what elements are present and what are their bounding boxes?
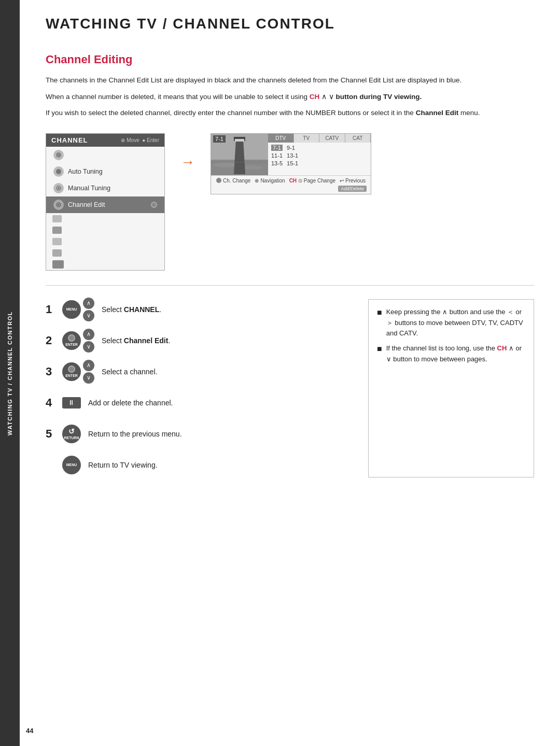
channel-menu-channel-edit: Channel Edit — [46, 196, 164, 213]
section-divider — [46, 285, 534, 286]
footer-page-label: ⊙ Page Change — [298, 178, 335, 184]
active-indicator — [151, 202, 157, 208]
footer-dot-icon — [216, 178, 221, 183]
channel-menu-icon-row-1 — [46, 147, 164, 163]
svg-point-3 — [58, 187, 60, 189]
step-6: MENU Return to TV viewing. — [46, 453, 353, 477]
arrow-icon: → — [180, 133, 195, 171]
menu-button-2[interactable]: MENU — [62, 456, 81, 474]
enter-button-1[interactable]: ENTER — [62, 331, 81, 350]
channel-entry-11-1: 11-1 — [271, 152, 283, 159]
footer-nav-icon: ⊕ — [255, 178, 259, 184]
page-number: 44 — [26, 727, 33, 735]
channel-col-2: 9-1 13-1 15-1 — [287, 145, 298, 166]
menu-btn-label: MENU — [66, 307, 77, 312]
menu-icon-3 — [53, 183, 64, 193]
step-number-2: 2 — [46, 334, 55, 347]
channel-menu-manual-tuning: Manual Tuning — [46, 180, 164, 196]
sidebar: WATCHING TV / CHANNEL CONTROL — [0, 0, 20, 746]
footer-page-change: CH ⊙ Page Change — [289, 178, 335, 184]
step-3-text: Select a channel. — [102, 368, 353, 376]
step-5-text: Return to the previous menu. — [88, 430, 353, 438]
footer-ch-change-label: Ch. Change — [223, 178, 250, 184]
footer-add-delete: Add/Delete — [215, 186, 367, 192]
enter-btn-label-2: ENTER — [65, 374, 78, 378]
step-6-buttons: MENU — [62, 456, 81, 474]
channel-col-1: 7-1 11-1 13-5 — [271, 145, 283, 166]
arrow-up-3[interactable]: ∧ — [83, 360, 94, 371]
arrow-down-3[interactable]: ∨ — [83, 372, 94, 384]
svg-point-9 — [242, 165, 263, 170]
intro-text-3: If you wish to select the deleted channe… — [46, 107, 534, 119]
note-text-2: If the channel list is too long, use the… — [386, 343, 525, 365]
channel-menu-auto-tuning: Auto Tuning — [46, 163, 164, 180]
step-4: 4 ⏸ Add or delete the channel. — [46, 390, 353, 415]
arrow-up-1[interactable]: ∧ — [83, 298, 94, 309]
note-bullet-1: ■ — [377, 307, 382, 339]
enter-inner-1 — [68, 334, 75, 342]
tab-tv: TV — [294, 134, 320, 143]
return-button[interactable]: ↺ RETURN — [62, 425, 81, 443]
channel-entry-15-1: 15-1 — [287, 160, 298, 166]
channel-edit-panel: 7-1 DTV TV CATV CAT 7-1 11-1 13-5 — [211, 133, 371, 194]
enter-button-2[interactable]: ENTER — [62, 362, 81, 381]
section-title: Channel Editing — [46, 53, 534, 66]
footer-nav-label: Navigation — [260, 178, 285, 184]
channel-menu-mockup: CHANNEL ⊕ Move ● Enter Auto Tuning Manu — [46, 133, 165, 271]
arrow-stack-2: ∧ ∨ — [83, 329, 94, 353]
step-number-5: 5 — [46, 427, 55, 441]
menu-icon-rows — [46, 213, 164, 270]
tab-dtv: DTV — [268, 134, 294, 143]
sidebar-label: WATCHING TV / CHANNEL CONTROL — [7, 311, 13, 435]
step-2-buttons: ENTER ∧ ∨ — [62, 329, 94, 353]
tab-cat: CAT — [345, 134, 371, 143]
add-delete-box: Add/Delete — [338, 186, 367, 192]
enter-btn-label: ENTER — [65, 343, 78, 347]
steps-left: 1 MENU ∧ ∨ Select CHANNEL. 2 — [46, 297, 353, 477]
channel-edit-footer: Ch. Change ⊕ Navigation CH ⊙ Page Change… — [211, 175, 371, 194]
step-4-text: Add or delete the channel. — [88, 399, 353, 407]
manual-tuning-label: Manual Tuning — [68, 185, 110, 192]
channel-menu-title: CHANNEL — [51, 136, 88, 144]
footer-navigation: ⊕ Navigation — [255, 178, 285, 184]
step-number-3: 3 — [46, 365, 55, 378]
arrow-up-2[interactable]: ∧ — [83, 329, 94, 340]
svg-point-0 — [56, 152, 61, 158]
svg-point-5 — [58, 204, 60, 206]
main-content: WATCHING TV / CHANNEL CONTROL Channel Ed… — [20, 0, 560, 498]
note-item-2: ■ If the channel list is too long, use t… — [377, 343, 525, 365]
channel-entry-7-1: 7-1 — [271, 145, 283, 151]
channel-edit-top: 7-1 DTV TV CATV CAT 7-1 11-1 13-5 — [211, 134, 371, 175]
channel-list-right: DTV TV CATV CAT 7-1 11-1 13-5 9-1 — [268, 134, 371, 175]
return-btn-label: RETURN — [64, 436, 79, 440]
pause-button[interactable]: ⏸ — [62, 397, 81, 409]
arrow-down-2[interactable]: ∨ — [83, 341, 94, 353]
note-item-1: ■ Keep pressing the ∧ button and use the… — [377, 307, 525, 339]
auto-tuning-label: Auto Tuning — [68, 168, 103, 175]
menu-icon-4 — [53, 200, 64, 210]
channel-entry-9-1: 9-1 — [287, 145, 298, 151]
channel-tabs: DTV TV CATV CAT — [268, 134, 371, 143]
step-number-4: 4 — [46, 396, 55, 410]
footer-ch-change: Ch. Change — [216, 178, 250, 184]
step-4-buttons: ⏸ — [62, 397, 81, 409]
note-text-1: Keep pressing the ∧ button and use the ＜… — [386, 307, 525, 339]
menu-btn-label-2: MENU — [66, 463, 77, 467]
channel-entries: 7-1 11-1 13-5 9-1 13-1 15-1 — [268, 143, 371, 168]
arrow-down-1[interactable]: ∨ — [83, 310, 94, 321]
note-bullet-2: ■ — [377, 343, 382, 365]
enter-inner-2 — [68, 365, 75, 373]
channel-entry-13-5: 13-5 — [271, 160, 283, 166]
intro-text-2: When a channel number is deleted, it mea… — [46, 91, 534, 103]
channel-number-badge: 7-1 — [213, 135, 226, 143]
svg-point-1 — [56, 169, 61, 174]
footer-prev-icon: ↩ — [340, 178, 344, 184]
menu-icon-1 — [53, 150, 64, 160]
svg-rect-12 — [235, 139, 244, 142]
intro-text-1: The channels in the Channel Edit List ar… — [46, 75, 534, 86]
step-1: 1 MENU ∧ ∨ Select CHANNEL. — [46, 297, 353, 322]
tab-catv: CATV — [319, 134, 345, 143]
channel-preview: 7-1 — [211, 134, 268, 175]
step-2-text: Select Channel Edit. — [102, 336, 353, 345]
menu-button-1[interactable]: MENU — [62, 300, 81, 319]
